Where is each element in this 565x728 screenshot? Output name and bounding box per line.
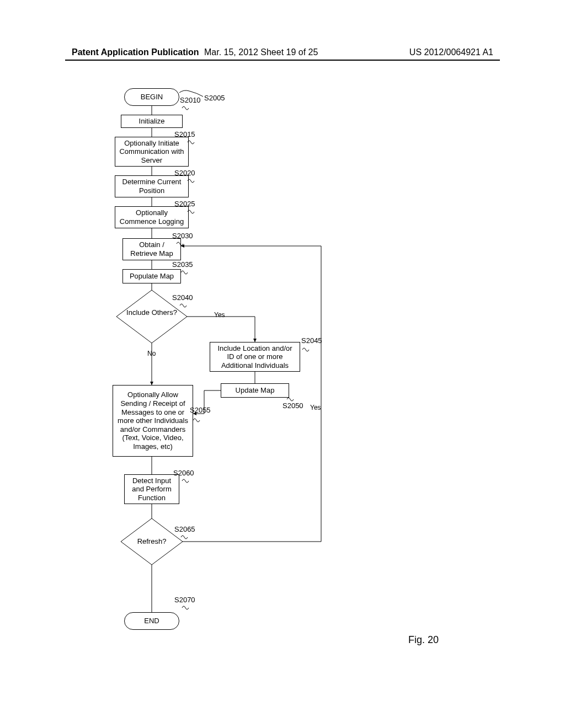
begin-label: BEGIN <box>141 93 163 101</box>
ref-s2025: S2025 <box>174 200 195 208</box>
refresh-label: Refresh? <box>121 537 183 546</box>
step-obtain-map: Obtain / Retrieve Map <box>122 238 181 260</box>
header-left: Patent Application Publication <box>72 47 199 57</box>
ref-s2070: S2070 <box>174 596 195 604</box>
label-yes-2: Yes <box>310 404 321 411</box>
ref-s2005: S2005 <box>204 94 225 102</box>
ref-s2065: S2065 <box>174 525 195 533</box>
end-label: END <box>144 617 159 625</box>
step-init-comm: Optionally Initiate Communication with S… <box>115 137 189 167</box>
step-detect-input: Detect Input and Perform Function <box>124 474 179 504</box>
ref-s2060: S2060 <box>173 469 194 477</box>
ref-leaders <box>0 83 565 667</box>
detect-input-label: Detect Input and Perform Function <box>128 477 175 502</box>
flow-arrows <box>0 83 565 667</box>
initialize-label: Initialize <box>139 117 165 126</box>
include-location-label: Include Location and/or ID of one or mor… <box>214 344 296 370</box>
figure-caption: Fig. 20 <box>408 634 439 646</box>
terminator-end: END <box>124 612 179 630</box>
init-comm-label: Optionally Initiate Communication with S… <box>119 139 185 165</box>
header-rule <box>65 60 500 61</box>
header-center: Mar. 15, 2012 Sheet 19 of 25 <box>204 47 318 57</box>
determine-position-label: Determine Current Position <box>119 178 185 195</box>
obtain-map-label: Obtain / Retrieve Map <box>126 240 177 258</box>
ref-s2030: S2030 <box>172 232 193 240</box>
ref-s2010: S2010 <box>180 96 201 104</box>
ref-s2015: S2015 <box>174 130 195 138</box>
ref-s2045: S2045 <box>301 336 322 345</box>
step-determine-position: Determine Current Position <box>115 175 189 197</box>
step-include-location: Include Location and/or ID of one or mor… <box>210 342 300 372</box>
include-others-label: Include Others? <box>116 308 187 317</box>
allow-messages-label: Optionally Allow Sending / Receipt of Me… <box>116 390 189 451</box>
commence-logging-label: Optionally Commence Logging <box>119 208 185 226</box>
ref-s2035: S2035 <box>172 260 193 269</box>
ref-s2055: S2055 <box>190 406 211 414</box>
page-header: Patent Application Publication Mar. 15, … <box>0 47 565 57</box>
step-initialize: Initialize <box>121 115 183 128</box>
ref-s2020: S2020 <box>174 169 195 177</box>
decision-refresh: Refresh? <box>121 518 183 565</box>
update-map-label: Update Map <box>236 386 275 395</box>
label-yes-1: Yes <box>214 311 225 319</box>
step-allow-messages: Optionally Allow Sending / Receipt of Me… <box>113 385 193 457</box>
header-right: US 2012/0064921 A1 <box>409 47 493 57</box>
step-populate-map: Populate Map <box>122 269 181 283</box>
step-commence-logging: Optionally Commence Logging <box>115 206 189 228</box>
ref-s2050: S2050 <box>282 402 303 410</box>
step-update-map: Update Map <box>221 383 289 398</box>
terminator-begin: BEGIN <box>124 88 179 106</box>
populate-map-label: Populate Map <box>130 272 174 281</box>
label-no: No <box>147 350 156 357</box>
ref-s2040: S2040 <box>172 293 193 302</box>
